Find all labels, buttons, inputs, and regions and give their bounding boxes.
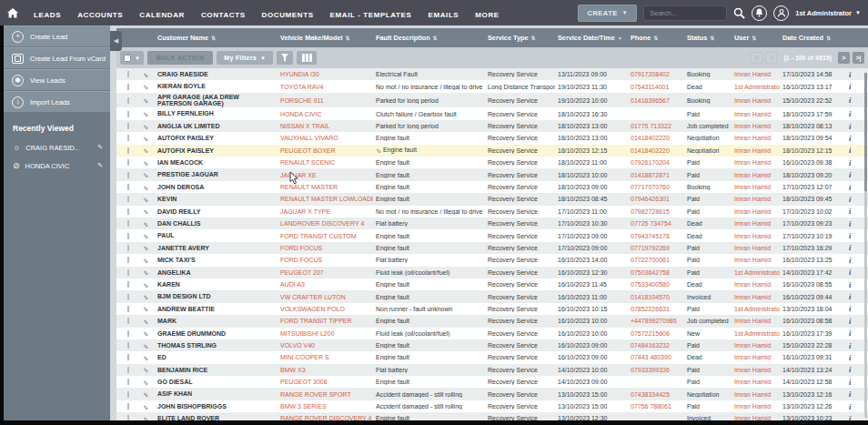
lead-row[interactable]: ✎ ANDREW BEATTIE VOLKSWAGEN POLO Non run… (116, 303, 868, 315)
info-icon[interactable]: i (842, 96, 851, 105)
row-checkbox[interactable] (127, 294, 129, 300)
vehicle-link[interactable]: FORD FOCUS (280, 245, 322, 251)
assigned-user-link[interactable]: Imran Hamid (734, 220, 771, 227)
column-header-vehicle-make-model[interactable]: Vehicle Make/Model ⇅ (278, 34, 373, 42)
row-checkbox[interactable] (127, 208, 129, 215)
vehicle-link[interactable]: VOLVO V40 (280, 342, 315, 349)
row-checkbox[interactable] (127, 330, 129, 337)
sort-icon[interactable]: ⇅ (653, 35, 658, 41)
my-filters-dropdown[interactable]: My Filters ▼ (217, 51, 273, 65)
nav-item-emails[interactable]: EMAILS (419, 11, 467, 19)
assigned-user-link[interactable]: Imran Hamid (734, 403, 771, 410)
vehicle-link[interactable]: HONDA CIVIC (280, 111, 322, 117)
assigned-user-link[interactable]: Imran Hamid (734, 318, 771, 324)
inline-edit-pencil-icon[interactable]: ✎ (376, 147, 381, 154)
edit-pencil-icon[interactable]: ✎ (143, 110, 148, 117)
user-avatar-icon[interactable] (773, 5, 789, 21)
vehicle-link[interactable]: RENAULT SCENIC (280, 159, 335, 166)
info-icon[interactable]: i (842, 170, 851, 179)
vehicle-link[interactable]: JAGUAR X TYPE (280, 208, 330, 215)
phone-link[interactable]: 07438334425 (631, 391, 670, 398)
assigned-user-link[interactable]: 1st Administrator (734, 269, 780, 276)
info-icon[interactable]: i (842, 304, 851, 313)
sort-icon[interactable]: ▼ (618, 35, 622, 41)
row-checkbox[interactable] (127, 184, 129, 190)
edit-pencil-icon[interactable]: ✎ (143, 207, 148, 215)
row-checkbox[interactable] (127, 354, 129, 360)
assigned-user-link[interactable]: Imran Hamid (734, 159, 771, 166)
phone-link[interactable]: 07917208402 (631, 71, 670, 77)
edit-pencil-icon[interactable]: ✎ (143, 196, 148, 203)
assigned-user-link[interactable]: Imran Hamid (734, 184, 771, 190)
prev-page-button[interactable]: < (765, 52, 777, 64)
phone-link[interactable]: 07722700061 (631, 257, 670, 263)
sort-icon[interactable]: ⇅ (826, 35, 831, 41)
edit-pencil-icon[interactable]: ✎ (143, 257, 148, 264)
lead-row[interactable]: ✎ KEVIN RENAULT MASTER LOWLOADER Engine … (116, 193, 868, 205)
info-icon[interactable]: i (842, 109, 851, 118)
assigned-user-link[interactable]: Imran Hamid (734, 367, 771, 373)
assigned-user-link[interactable]: Imran Hamid (734, 245, 771, 251)
row-checkbox[interactable] (127, 318, 129, 324)
edit-pencil-icon[interactable]: ✎ (143, 71, 148, 78)
vehicle-link[interactable]: PEUGEOT 207 (280, 269, 324, 276)
vehicle-link[interactable]: PEUGEOT BOXER (280, 147, 336, 154)
info-icon[interactable]: i (842, 390, 851, 399)
nav-item-accounts[interactable]: ACCOUNTS (69, 11, 131, 19)
assigned-user-link[interactable]: Imran Hamid (734, 208, 771, 215)
create-button[interactable]: CREATE ▼ (578, 5, 637, 22)
phone-link[interactable]: 07443 480390 (631, 354, 671, 360)
assigned-user-link[interactable]: Imran Hamid (734, 342, 771, 349)
sidebar-item-create-lead-from-vcard[interactable]: Create Lead From vCard (4, 47, 110, 69)
info-icon[interactable]: i (842, 292, 851, 301)
assigned-user-link[interactable]: 1st Administrator (734, 84, 780, 90)
nav-item-email-templates[interactable]: EMAIL - TEMPLATES (322, 11, 420, 19)
info-icon[interactable]: i (842, 402, 851, 411)
row-checkbox[interactable] (127, 306, 129, 312)
info-icon[interactable]: i (842, 195, 851, 204)
edit-pencil-icon[interactable]: ✎ (143, 379, 148, 386)
assigned-user-link[interactable]: Imran Hamid (734, 196, 771, 202)
vehicle-link[interactable]: RENAULT MASTER LOWLOADER (280, 196, 373, 202)
info-icon[interactable]: i (842, 207, 851, 216)
column-header-service-date-time[interactable]: Service Date/Time ▼ (555, 34, 628, 42)
phone-link[interactable]: 07943745178 (631, 233, 670, 239)
assigned-user-link[interactable]: Imran Hamid (734, 111, 771, 117)
vehicle-link[interactable]: AUDI A3 (280, 281, 305, 288)
phone-link[interactable]: 07543114001 (631, 84, 669, 90)
row-checkbox[interactable] (127, 135, 129, 141)
assigned-user-link[interactable]: Imran Hamid (734, 257, 771, 263)
phone-link[interactable]: 01418402220 (631, 147, 670, 154)
info-icon[interactable]: i (842, 70, 851, 79)
vehicle-link[interactable]: BMW 3 SERIES (280, 403, 327, 410)
lead-row[interactable]: ✎ BILLY FERNLEIGH HONDA CIVIC Clutch fai… (116, 107, 868, 119)
edit-pencil-icon[interactable]: ✎ (143, 220, 148, 228)
phone-link[interactable]: 07533400580 (631, 281, 670, 288)
row-checkbox[interactable] (127, 257, 129, 263)
column-header-customer-name[interactable]: Customer Name ⇅ (155, 34, 278, 42)
sidebar-collapse-toggle[interactable]: ◀ (110, 31, 122, 51)
row-checkbox[interactable] (127, 147, 129, 154)
info-icon[interactable]: i (842, 268, 851, 277)
assigned-user-link[interactable]: Imran Hamid (734, 97, 771, 104)
lead-row[interactable]: ✎ GRAEME DRUMMOND MITSUIBISHI L200 Fluid… (116, 328, 868, 339)
edit-pencil-icon[interactable]: ✎ (97, 162, 103, 169)
nav-item-contacts[interactable]: CONTACTS (193, 11, 254, 19)
assigned-user-link[interactable]: Imran Hamid (734, 172, 771, 178)
row-checkbox[interactable] (127, 245, 129, 251)
phone-link[interactable]: 07982728615 (631, 208, 670, 215)
lead-row[interactable]: ✎ DAVID REILLY JAGUAR X TYPE No mot / no… (116, 206, 868, 218)
assigned-user-link[interactable]: Imran Hamid (734, 135, 771, 141)
nav-item-leads[interactable]: LEADS (25, 11, 69, 19)
nav-item-more[interactable]: MORE (467, 11, 507, 19)
vertical-scrollbar[interactable] (864, 73, 867, 418)
phone-link[interactable]: 07946426301 (631, 196, 670, 202)
info-icon[interactable]: i (842, 219, 851, 228)
column-header-status[interactable]: Status ⇅ (684, 34, 732, 42)
sort-icon[interactable]: ⇅ (346, 35, 350, 41)
row-checkbox[interactable] (127, 159, 129, 166)
lead-row[interactable]: ✎ MARK FORD TRANSIT TIPPER Engine fault … (116, 315, 868, 327)
recently-viewed-item[interactable]: ⊘ HONDA CIVIC ✎ (4, 157, 110, 175)
row-checkbox[interactable] (127, 342, 129, 349)
info-icon[interactable]: i (842, 341, 851, 350)
